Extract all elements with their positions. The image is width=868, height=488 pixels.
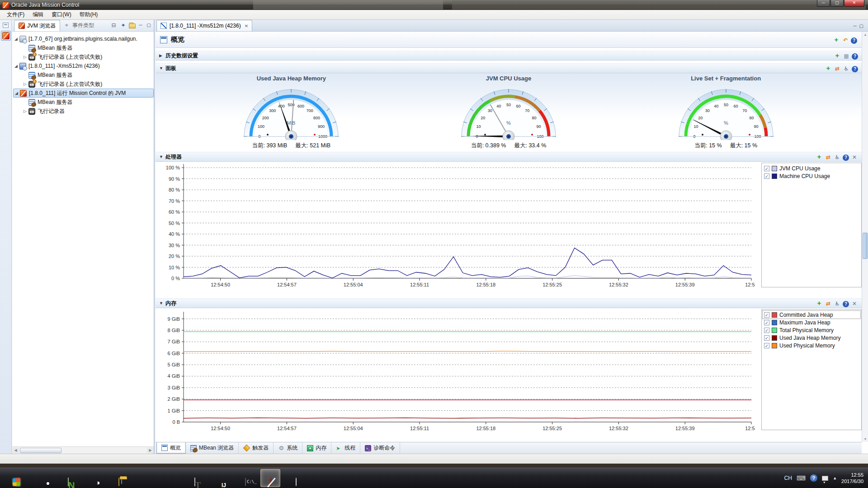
tray-help-icon[interactable]: ?	[810, 474, 817, 482]
jmc-fast-view-icon[interactable]	[1, 31, 11, 41]
section-processor[interactable]: ▼ 处理器	[156, 152, 862, 162]
collapse-icon[interactable]: ▼	[159, 66, 165, 70]
legend-checkbox[interactable]: ✓	[764, 320, 769, 325]
collapse-twisty-icon[interactable]: ◢	[13, 37, 19, 41]
legend-checkbox[interactable]: ✓	[764, 166, 769, 171]
scroll-left-arrow[interactable]: ◀	[12, 447, 19, 454]
console-tab-memory[interactable]: 内存	[302, 442, 331, 454]
tree-item[interactable]: ▷飞行记录器	[22, 107, 154, 116]
green-circle-app-icon[interactable]	[83, 469, 103, 487]
menu-help[interactable]: 帮助(H)	[75, 10, 102, 19]
new-connection-icon[interactable]	[119, 22, 127, 29]
tree-item[interactable]: ▷!飞行记录器 (上次尝试失败)	[22, 80, 154, 89]
keyboard-icon[interactable]: ⌨	[797, 474, 806, 482]
maximize-view-icon[interactable]: ▢	[859, 23, 863, 28]
collapse-twisty-icon[interactable]: ◢	[14, 91, 19, 95]
close-button[interactable]: ✕	[844, 0, 864, 7]
memory-chart[interactable]: 0 B1 GiB2 GiB3 GiB4 GiB5 GiB6 GiB7 GiB8 …	[158, 308, 755, 440]
console-tab-system[interactable]: 系统	[274, 442, 302, 454]
console-tab-mbean[interactable]: MBean 浏览器	[186, 442, 239, 454]
accessibility-icon[interactable]	[834, 154, 841, 161]
accessibility-icon[interactable]	[834, 300, 841, 307]
tree-item[interactable]: MBean 服务器	[22, 98, 154, 107]
legend-row[interactable]: ✓Machine CPU Usage	[763, 172, 860, 180]
help-icon[interactable]	[843, 155, 849, 161]
maximize-view-icon[interactable]: ▢	[146, 22, 152, 29]
legend-row[interactable]: ✓Total Physical Memory	[763, 326, 860, 334]
tray-window-icon[interactable]	[822, 476, 828, 481]
minimize-view-icon[interactable]: ─	[853, 23, 856, 28]
legend-checkbox[interactable]: ✓	[764, 174, 769, 179]
add-chart-icon[interactable]	[833, 37, 840, 44]
add-attribute-icon[interactable]	[816, 154, 823, 161]
language-indicator[interactable]: CH	[784, 475, 792, 481]
start-button[interactable]	[5, 469, 27, 487]
show-hidden-icons-arrow[interactable]: ▲	[833, 476, 837, 480]
tree-item[interactable]: ▷!飞行记录器 (上次尝试失败)	[22, 52, 154, 61]
tree-item[interactable]: MBean 服务器	[22, 43, 154, 52]
diamond-grid-app-icon[interactable]	[134, 469, 154, 487]
section-history-settings[interactable]: ▶ 历史数据设置	[156, 51, 862, 61]
legend-row[interactable]: ✓Used Physical Memory	[763, 342, 860, 349]
add-chart-icon[interactable]	[834, 52, 841, 60]
add-attribute-icon[interactable]	[816, 300, 823, 307]
scroll-right-arrow[interactable]: ▶	[147, 447, 154, 454]
restore-view-icon[interactable]	[3, 23, 9, 28]
java-mission-control-icon[interactable]	[260, 469, 280, 487]
minimize-view-icon[interactable]: ─	[137, 22, 144, 29]
update-interval-icon[interactable]	[825, 300, 832, 307]
tab-event-types[interactable]: ✦ 事件类型	[60, 20, 98, 31]
help-icon[interactable]	[843, 301, 849, 307]
collapse-icon[interactable]: ▼	[159, 301, 165, 305]
legend-checkbox[interactable]: ✓	[764, 312, 769, 318]
minimize-button[interactable]: ─	[817, 0, 830, 7]
legend-row[interactable]: ✓Maximum Java Heap	[763, 319, 860, 326]
close-icon[interactable]	[851, 300, 858, 307]
console-tab-overview[interactable]: 概览	[156, 442, 186, 454]
tree-item[interactable]: ◢[1.8.0_111] 运行 Mission Control 的 JVM	[13, 89, 154, 98]
tab-close-icon[interactable]: ✕	[245, 23, 248, 28]
scroll-up-arrow[interactable]: ▲	[863, 32, 868, 38]
update-interval-icon[interactable]	[825, 154, 832, 161]
help-icon[interactable]	[852, 66, 858, 72]
help-icon[interactable]	[851, 38, 857, 44]
hscroll-thumb[interactable]	[20, 448, 61, 453]
maximize-button[interactable]: ▢	[830, 0, 844, 7]
help-icon[interactable]	[852, 53, 858, 60]
clock[interactable]: 12:55 2017/6/30	[841, 472, 863, 484]
legend-checkbox[interactable]: ✓	[764, 335, 769, 341]
legend-row[interactable]: ✓Used Java Heap Memory	[763, 334, 860, 342]
tree-item[interactable]: ◢[1.8.0_111] -Xms512m (4236)	[13, 61, 154, 70]
vscroll-thumb[interactable]	[863, 233, 868, 259]
section-memory[interactable]: ▼ 内存	[156, 298, 862, 308]
section-dashboard[interactable]: ▼ 面板	[156, 63, 862, 73]
editor-tab[interactable]: [1.8.0_111] -Xms512m (4236) ✕	[156, 20, 252, 31]
expand-twisty-icon[interactable]: ▷	[22, 55, 28, 59]
command-prompt-icon[interactable]	[235, 469, 255, 487]
add-chart-icon[interactable]	[825, 65, 832, 72]
sidebar-hscrollbar[interactable]: ◀ ▶	[12, 446, 154, 454]
tab-jvm-browser[interactable]: JVM 浏览器	[14, 20, 60, 31]
notepad-plus-icon[interactable]	[58, 469, 78, 487]
scroll-down-arrow[interactable]: ▼	[863, 436, 868, 442]
expand-tree-icon[interactable]	[110, 22, 118, 29]
reset-page-icon[interactable]	[842, 37, 849, 44]
tree-item[interactable]: MBean 服务器	[22, 70, 154, 80]
legend-checkbox[interactable]: ✓	[764, 343, 769, 348]
chrome-icon[interactable]	[33, 469, 52, 487]
intellij-idea-icon[interactable]	[210, 469, 230, 487]
editor-vscrollbar[interactable]: ▲ ▼	[862, 32, 868, 442]
accessibility-icon[interactable]	[843, 65, 850, 72]
menu-window[interactable]: 窗口(W)	[47, 10, 75, 19]
console-tab-threads[interactable]: 线程	[331, 442, 360, 454]
typora-icon[interactable]	[184, 469, 204, 487]
chart-settings-icon[interactable]	[843, 52, 850, 60]
update-interval-icon[interactable]	[834, 65, 841, 72]
legend-row[interactable]: ✓Committed Java Heap	[763, 311, 860, 319]
file-explorer-icon[interactable]	[108, 469, 128, 487]
console-tab-trigger[interactable]: 触发器	[239, 442, 274, 454]
console-tab-diag[interactable]: 诊断命令	[360, 442, 400, 454]
menu-edit[interactable]: 编辑	[28, 10, 47, 19]
menu-file[interactable]: 文件(F)	[3, 10, 28, 19]
tree-item[interactable]: ◢[1.7.0_67] org.jetbrains.plugins.scala.…	[13, 34, 154, 43]
